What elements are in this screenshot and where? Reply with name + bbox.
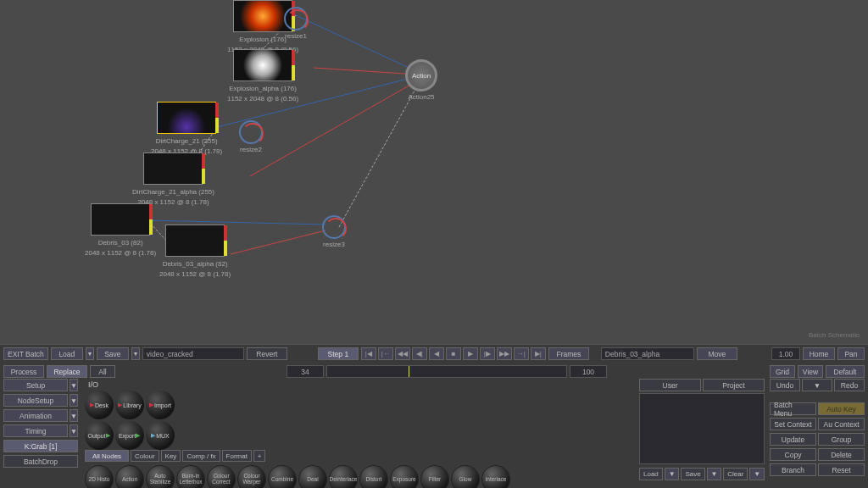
exit-button[interactable]: EXIT Batch xyxy=(3,347,48,360)
node-ball[interactable]: Filter xyxy=(420,465,449,488)
user-tab[interactable]: User xyxy=(639,379,701,391)
tab-colour[interactable]: Colour xyxy=(131,450,159,462)
node-ball[interactable]: Colour Warper xyxy=(237,465,266,488)
timing-dropdown[interactable]: ▼ xyxy=(70,424,78,437)
animation-dropdown[interactable]: ▼ xyxy=(70,409,78,422)
project-tab[interactable]: Project xyxy=(703,379,765,391)
node-ball[interactable]: Combine xyxy=(268,465,297,488)
tab-comp[interactable]: Comp / fx xyxy=(182,450,220,462)
end-frame-field[interactable] xyxy=(570,365,607,378)
batchdrop-button[interactable]: BatchDrop xyxy=(3,455,78,468)
prev-key-button[interactable]: |← xyxy=(378,347,393,360)
setup-dropdown[interactable]: ▼ xyxy=(70,379,78,391)
node-ball[interactable]: Glow xyxy=(451,465,480,488)
play-button[interactable]: ▶ xyxy=(463,347,478,360)
io-export[interactable]: Export▶ xyxy=(115,421,144,450)
save-button[interactable]: Save xyxy=(97,347,129,360)
clip-debris[interactable]: Debris_03 (82) 2048 x 1152 @ 8 (1.78) xyxy=(85,203,156,257)
node-ball[interactable]: Deal xyxy=(298,465,327,488)
batch-menu-button[interactable]: Batch Menu xyxy=(770,402,816,415)
io-library[interactable]: ▶Library xyxy=(115,391,144,419)
load-button[interactable]: Load xyxy=(51,347,83,360)
frames-button[interactable]: Frames xyxy=(548,347,589,360)
resize-node-3[interactable]: resize3 xyxy=(322,215,346,249)
redo-button[interactable]: Redo xyxy=(834,379,865,391)
step-fwd-button[interactable]: |▶ xyxy=(480,347,495,360)
step-back-button[interactable]: ◀| xyxy=(412,347,427,360)
io-import[interactable]: ▶Import xyxy=(146,391,175,419)
replace-button[interactable]: Replace xyxy=(47,365,87,378)
user-clear[interactable]: Clear xyxy=(723,468,748,480)
io-desk[interactable]: ▶Desk xyxy=(85,391,114,419)
revert-button[interactable]: Revert xyxy=(247,347,287,360)
clip-debris-alpha[interactable]: Debris_03_alpha (82) 2048 x 1152 @ 8 (1.… xyxy=(159,225,231,278)
play-back-button[interactable]: ◀ xyxy=(429,347,444,360)
node-ball[interactable]: Interlace xyxy=(481,465,510,488)
default-button[interactable]: Default xyxy=(826,365,865,378)
grid-button[interactable]: Grid xyxy=(770,365,795,378)
pan-button[interactable]: Pan xyxy=(837,347,865,360)
timeline[interactable] xyxy=(326,365,567,378)
user-load[interactable]: Load xyxy=(639,468,663,480)
auto-key-button[interactable]: Auto Key xyxy=(818,402,865,415)
clip-dirtcharge-alpha[interactable]: DirtCharge_21_alpha (255) 2048 x 1152 @ … xyxy=(132,152,214,206)
io-output[interactable]: Output▶ xyxy=(85,421,114,450)
node-ball[interactable]: Distort xyxy=(359,465,388,488)
rewind-button[interactable]: ◀◀ xyxy=(395,347,410,360)
au-context-button[interactable]: Au Context xyxy=(818,418,865,430)
move-button[interactable]: Move xyxy=(697,347,737,360)
tab-all-nodes[interactable]: All Nodes xyxy=(85,450,129,462)
home-button[interactable]: Home xyxy=(803,347,835,360)
tab-key[interactable]: Key xyxy=(161,450,181,462)
next-key-button[interactable]: →| xyxy=(514,347,529,360)
clip-explosion-alpha[interactable]: Explosion_alpha (176) 1152 x 2048 @ 8 (0… xyxy=(227,49,298,103)
undo-button[interactable]: Undo xyxy=(770,379,800,391)
nodesetup-dropdown[interactable]: ▼ xyxy=(70,394,78,407)
node-ball[interactable]: 2D Histo xyxy=(85,465,114,488)
resize-node-1[interactable]: resize1 xyxy=(284,7,308,41)
zoom-input[interactable] xyxy=(771,347,800,360)
group-button[interactable]: Group xyxy=(818,433,865,446)
user-area[interactable] xyxy=(639,393,765,464)
io-mux[interactable]: ▶MUX xyxy=(146,421,175,450)
animation-button[interactable]: Animation xyxy=(3,409,68,422)
delete-button[interactable]: Delete xyxy=(818,448,865,461)
schematic-canvas[interactable]: Explosion (176) 1152 x 2048 @ 8 (0.56) E… xyxy=(0,0,868,344)
ffwd-button[interactable]: ▶▶ xyxy=(497,347,512,360)
clip-dirtcharge[interactable]: DirtCharge_21 (255) 2048 x 1152 @ 8 (1.7… xyxy=(151,102,222,155)
timing-button[interactable]: Timing xyxy=(3,424,68,437)
filename-input[interactable] xyxy=(142,347,244,360)
node-ball[interactable]: Burn-in Letterbox xyxy=(176,465,205,488)
setup-button[interactable]: Setup xyxy=(3,379,68,391)
step-button[interactable]: Step 1 xyxy=(318,347,359,360)
view-button[interactable]: View xyxy=(798,365,823,378)
kgrab-button[interactable]: K:Grab [1] xyxy=(3,440,78,452)
process-button[interactable]: Process xyxy=(3,365,44,378)
node-ball[interactable]: Auto Stabilize xyxy=(146,465,175,488)
nodesetup-button[interactable]: NodeSetup xyxy=(3,394,68,407)
node-ball[interactable]: Colour Correct xyxy=(207,465,236,488)
set-context-button[interactable]: Set Context xyxy=(770,418,816,430)
load-dropdown[interactable]: ▼ xyxy=(86,347,94,360)
user-save[interactable]: Save xyxy=(681,468,704,480)
goto-start-button[interactable]: |◀ xyxy=(361,347,376,360)
branch-button[interactable]: Branch xyxy=(770,463,816,476)
node-ball[interactable]: Action xyxy=(115,465,144,488)
user-load-dd[interactable]: ▼ xyxy=(665,468,680,480)
save-dropdown[interactable]: ▼ xyxy=(131,347,140,360)
update-button[interactable]: Update xyxy=(770,433,816,446)
tab-add[interactable]: + xyxy=(253,450,265,462)
goto-end-button[interactable]: ▶| xyxy=(531,347,546,360)
stop-button[interactable]: ■ xyxy=(446,347,461,360)
node-ball[interactable]: Exposure xyxy=(390,465,419,488)
copy-button[interactable]: Copy xyxy=(770,448,816,461)
cur-frame-field[interactable] xyxy=(287,365,324,378)
user-save-dd[interactable]: ▼ xyxy=(707,468,722,480)
tab-format[interactable]: Format xyxy=(222,450,252,462)
reset-button[interactable]: Reset xyxy=(818,463,865,476)
resize-node-2[interactable]: resize2 xyxy=(239,120,263,154)
clip-name-input[interactable] xyxy=(601,347,694,360)
action-node[interactable]: Action Action25 xyxy=(405,59,437,102)
node-ball[interactable]: Deinterlace xyxy=(329,465,358,488)
all-button[interactable]: All xyxy=(90,365,115,378)
